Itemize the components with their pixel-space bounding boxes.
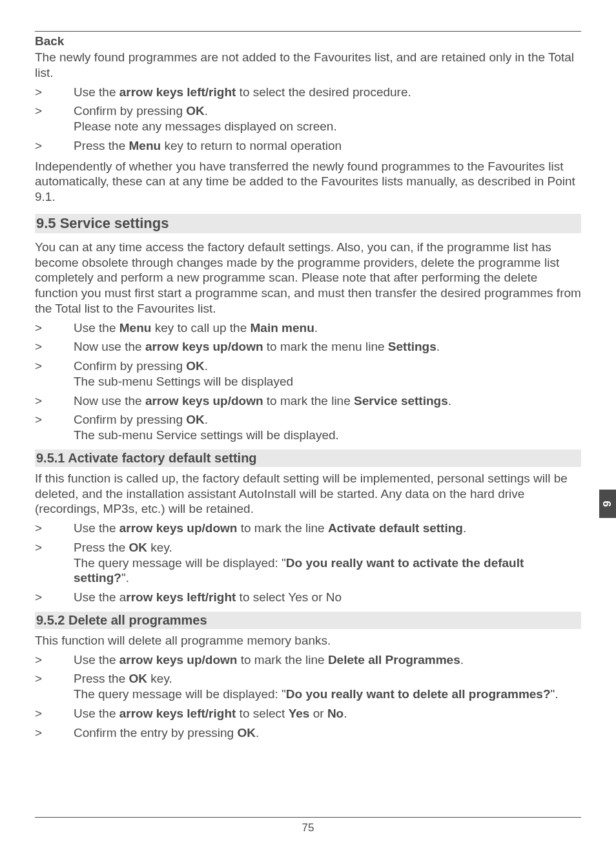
- s95-intro: You can at any time access the factory d…: [35, 240, 581, 316]
- bold-text: arrow keys up/down: [145, 340, 263, 353]
- list-item: > Use the arrow keys left/right to selec…: [35, 590, 581, 605]
- text: ".: [551, 687, 559, 701]
- bold-text: arrow keys left/right: [119, 707, 236, 720]
- text: Confirm by pressing: [74, 413, 186, 426]
- text: Press the: [74, 139, 129, 152]
- text: The sub-menu Service settings will be di…: [74, 428, 339, 442]
- bold-text: Yes: [289, 707, 310, 720]
- bullet-marker: >: [35, 320, 74, 336]
- back-outro: Independently of whether you have transf…: [35, 159, 581, 205]
- bullet-marker: >: [35, 103, 74, 119]
- text: Use the: [74, 85, 119, 99]
- back-intro: The newly found programmes are not added…: [35, 50, 581, 81]
- list-item: > Use the arrow keys left/right to selec…: [35, 85, 581, 100]
- text: key to call up the: [151, 321, 250, 335]
- text: Use the: [74, 653, 119, 667]
- list-item: > Confirm by pressing OK. The sub-menu S…: [35, 358, 581, 389]
- text: to mark the line: [237, 521, 327, 535]
- text: .: [460, 653, 464, 667]
- bold-text: Main menu: [251, 321, 314, 335]
- list-item: > Press the OK key. The query message wi…: [35, 671, 581, 702]
- bullet-text: Press the OK key. The query message will…: [74, 540, 581, 586]
- text: key.: [147, 672, 172, 685]
- heading-9-5-1: 9.5.1 Activate factory default setting: [35, 450, 581, 467]
- bold-text: arrow keys up/down: [119, 521, 238, 535]
- text: The query message will be displayed: ": [74, 556, 286, 570]
- top-rule: [35, 31, 581, 32]
- document-page: Back The newly found programmes are not …: [0, 0, 616, 859]
- text: The query message will be displayed: ": [74, 687, 286, 701]
- text: Press the: [74, 672, 129, 685]
- text: .: [205, 104, 208, 118]
- s951-intro: If this function is called up, the facto…: [35, 471, 581, 517]
- text: key to return to normal operation: [161, 139, 342, 152]
- bullet-marker: >: [35, 138, 74, 154]
- text: to mark the line: [263, 394, 354, 408]
- bold-text: Delete all Programmes: [328, 653, 460, 667]
- list-item: > Confirm by pressing OK. Please note an…: [35, 103, 581, 134]
- bullet-marker: >: [35, 412, 74, 428]
- text: .: [256, 726, 259, 740]
- bullet-text: Use the arrow keys left/right to select …: [74, 590, 581, 605]
- text: Confirm by pressing: [74, 104, 186, 118]
- bold-text: arrow keys left/right: [119, 85, 236, 99]
- bold-text: rrow keys left/right: [126, 590, 236, 604]
- bold-text: OK: [186, 359, 205, 373]
- bold-text: OK: [186, 413, 205, 426]
- s952-intro: This function will delete all programme …: [35, 633, 581, 648]
- list-item: > Use the arrow keys up/down to mark the…: [35, 521, 581, 536]
- bullet-marker: >: [35, 393, 74, 409]
- text: .: [436, 340, 440, 353]
- bold-text: Settings: [388, 340, 436, 353]
- list-item: > Now use the arrow keys up/down to mark…: [35, 339, 581, 355]
- text: to mark the menu line: [263, 340, 388, 353]
- bullet-marker: >: [35, 706, 74, 721]
- text: Use the a: [74, 590, 126, 604]
- text: Use the: [74, 321, 119, 335]
- heading-9-5-2: 9.5.2 Delete all programmes: [35, 612, 581, 629]
- list-item: > Use the arrow keys left/right to selec…: [35, 706, 581, 721]
- list-item: > Now use the arrow keys up/down to mark…: [35, 393, 581, 409]
- bold-text: Menu: [129, 139, 161, 152]
- bullet-marker: >: [35, 725, 74, 741]
- text: Use the: [74, 521, 119, 535]
- text: .: [448, 394, 451, 408]
- bullet-text: Now use the arrow keys up/down to mark t…: [74, 393, 581, 409]
- bold-text: OK: [237, 726, 256, 740]
- bullet-marker: >: [35, 85, 74, 100]
- page-footer: 75: [35, 817, 581, 834]
- list-item: > Press the OK key. The query message wi…: [35, 540, 581, 586]
- text: .: [205, 359, 208, 373]
- text: Press the: [74, 541, 129, 554]
- heading-9-5: 9.5 Service settings: [35, 214, 581, 233]
- bullet-marker: >: [35, 521, 74, 536]
- text: .: [344, 707, 347, 720]
- bullet-marker: >: [35, 671, 74, 687]
- bold-text: OK: [129, 672, 148, 685]
- text: Now use the: [74, 394, 145, 408]
- page-number: 75: [302, 822, 314, 834]
- text: .: [205, 413, 208, 426]
- list-item: > Confirm by pressing OK. The sub-menu S…: [35, 412, 581, 443]
- bold-text: arrow keys up/down: [145, 394, 263, 408]
- bullet-text: Use the arrow keys up/down to mark the l…: [74, 652, 581, 668]
- text: Confirm by pressing: [74, 359, 186, 373]
- bold-text: Activate default setting: [328, 521, 463, 535]
- text: .: [314, 321, 318, 335]
- bullet-marker: >: [35, 590, 74, 605]
- text: .: [463, 521, 466, 535]
- list-item: > Press the Menu key to return to normal…: [35, 138, 581, 154]
- bullet-text: Confirm by pressing OK. The sub-menu Set…: [74, 358, 581, 389]
- text: Now use the: [74, 340, 145, 353]
- bullet-marker: >: [35, 540, 74, 555]
- text: Confirm the entry by pressing: [74, 726, 237, 740]
- text: Please note any messages displayed on sc…: [74, 119, 337, 133]
- heading-back: Back: [35, 34, 581, 48]
- text: to select Yes or No: [236, 590, 342, 604]
- bullet-text: Confirm the entry by pressing OK.: [74, 725, 581, 741]
- text: or: [309, 707, 327, 720]
- bullet-marker: >: [35, 339, 74, 355]
- text: Use the: [74, 707, 119, 720]
- bullet-text: Press the OK key. The query message will…: [74, 671, 581, 702]
- list-item: > Use the arrow keys up/down to mark the…: [35, 652, 581, 668]
